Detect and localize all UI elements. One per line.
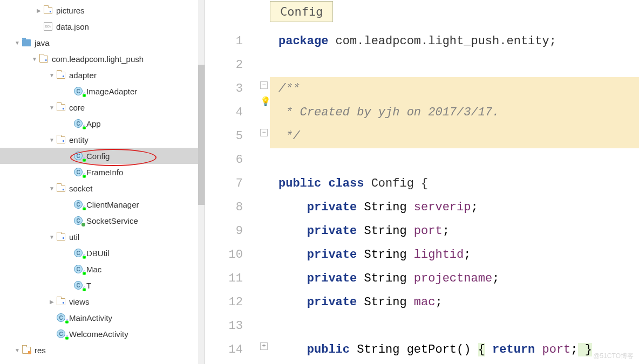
tree-row-datajson[interactable]: data.json — [0, 18, 205, 35]
project-tree: pictures data.json java com.leadpcom.lig… — [0, 2, 205, 358]
line-number: 14 — [205, 338, 243, 362]
tree-row-mac[interactable]: Mac — [0, 261, 205, 277]
tree-row-socketservice[interactable]: SocketService — [0, 212, 205, 229]
tree-row-java[interactable]: java — [0, 35, 205, 51]
expand-icon[interactable] — [47, 105, 56, 111]
tree-row-clientmanager[interactable]: ClientManager — [0, 196, 205, 212]
tree-row-package[interactable]: com.leadpcom.light_push — [0, 51, 205, 67]
tree-row-res[interactable]: res — [0, 342, 205, 358]
code-line[interactable]: */ — [270, 125, 639, 148]
expand-icon[interactable] — [13, 40, 22, 46]
tree-label: res — [35, 346, 46, 355]
line-number: 8 — [205, 196, 243, 219]
breadcrumb-class[interactable]: Config — [270, 1, 333, 22]
tree-label: core — [69, 103, 85, 112]
line-number: 9 — [205, 219, 243, 243]
code-line[interactable] — [270, 53, 639, 77]
tree-row-adapter[interactable]: adapter — [0, 67, 205, 83]
code-line[interactable]: * Created by yjh on 2017/3/17. — [270, 101, 639, 125]
code-line[interactable] — [270, 314, 639, 338]
code-line[interactable]: public class Config { — [270, 172, 639, 196]
lightbulb-icon[interactable]: 💡 — [260, 90, 271, 114]
tree-row-util[interactable]: util — [0, 229, 205, 245]
tree-label: views — [69, 297, 90, 306]
tree-row-config[interactable]: Config — [0, 148, 205, 164]
code-line[interactable]: /** — [270, 77, 639, 101]
package-icon — [39, 54, 49, 64]
tree-row-frameinfo[interactable]: FrameInfo — [0, 164, 205, 180]
tree-label: T — [86, 281, 91, 290]
tree-label: Config — [86, 152, 110, 161]
code-line[interactable]: private String serverip; — [270, 196, 639, 219]
code-line[interactable]: private String port; — [270, 219, 639, 243]
tree-row-core[interactable]: core — [0, 99, 205, 115]
package-icon — [56, 232, 66, 242]
tree-scrollbar[interactable] — [198, 0, 205, 364]
class-icon — [73, 119, 83, 128]
fold-marker-icon[interactable]: − — [260, 129, 268, 136]
expand-icon[interactable] — [47, 299, 56, 305]
tree-row-mainactivity[interactable]: MainActivity — [0, 310, 205, 326]
code-line[interactable] — [270, 148, 639, 172]
line-number: 7 — [205, 172, 243, 196]
project-tree-panel[interactable]: pictures data.json java com.leadpcom.lig… — [0, 0, 205, 364]
breadcrumb-bar: Config — [205, 0, 639, 30]
tree-row-socket[interactable]: socket — [0, 180, 205, 196]
code-line[interactable]: private String mac; — [270, 291, 639, 314]
folder-icon — [43, 5, 53, 15]
tree-label: data.json — [56, 22, 89, 31]
tree-row-views[interactable]: views — [0, 293, 205, 310]
tree-label: DBUtil — [86, 249, 110, 258]
tree-label: MainActivity — [69, 313, 112, 322]
line-number: 5 — [205, 125, 243, 148]
tree-label: FrameInfo — [86, 168, 123, 177]
class-icon — [73, 200, 83, 209]
tree-label: java — [35, 38, 50, 47]
editor-panel: Config 1 2 3 4 5 6 7 8 9 10 11 12 13 14 … — [205, 0, 639, 364]
code-line[interactable]: private String projectname; — [270, 267, 639, 291]
expand-icon[interactable] — [47, 186, 56, 191]
tree-row-entity[interactable]: entity — [0, 132, 205, 148]
line-number: 13 — [205, 314, 243, 338]
tree-row-app[interactable]: App — [0, 115, 205, 132]
tree-row-imageadapter[interactable]: ImageAdapter — [0, 83, 205, 99]
package-icon — [56, 102, 66, 112]
class-icon — [73, 86, 83, 96]
class-icon — [73, 167, 83, 177]
scrollbar-thumb[interactable] — [198, 65, 205, 205]
json-file-icon — [43, 22, 53, 31]
fold-marker-icon[interactable]: + — [260, 342, 268, 350]
expand-icon[interactable] — [47, 234, 56, 240]
tree-row-t[interactable]: T — [0, 277, 205, 293]
line-number: 3 — [205, 77, 243, 101]
line-number: 2 — [205, 53, 243, 77]
expand-icon[interactable] — [35, 8, 43, 13]
tree-row-welcomeactivity[interactable]: WelcomeActivity — [0, 326, 205, 342]
code-line[interactable]: package com.leadpcom.light_push.entity; — [270, 30, 639, 53]
expand-icon[interactable] — [13, 347, 22, 353]
expand-icon[interactable] — [47, 137, 56, 143]
code-editor[interactable]: 1 2 3 4 5 6 7 8 9 10 11 12 13 14 − 💡 − +… — [205, 30, 639, 364]
class-icon — [73, 280, 83, 290]
tree-label: ClientManager — [86, 200, 139, 209]
code-area[interactable]: package com.leadpcom.light_push.entity; … — [270, 30, 639, 364]
class-icon — [56, 313, 66, 322]
expand-icon[interactable] — [47, 72, 56, 78]
code-line[interactable]: public String getPort() { return port; } — [270, 338, 639, 362]
package-icon — [56, 183, 66, 193]
watermark: @51CTO博客 — [593, 352, 634, 361]
folder-icon — [22, 38, 31, 47]
tree-label: adapter — [69, 71, 97, 80]
tree-label: socket — [69, 184, 92, 193]
tree-row-pictures[interactable]: pictures — [0, 2, 205, 18]
tree-label: com.leadpcom.light_push — [52, 54, 144, 64]
class-icon — [73, 248, 83, 258]
class-icon — [73, 264, 83, 274]
tree-label: WelcomeActivity — [69, 329, 128, 339]
code-line[interactable]: private String lightid; — [270, 243, 639, 267]
tree-row-dbutil[interactable]: DBUtil — [0, 245, 205, 261]
tree-label: SocketService — [86, 216, 138, 225]
expand-icon[interactable] — [30, 56, 39, 62]
tree-label: pictures — [56, 6, 85, 15]
fold-marker-icon[interactable]: − — [260, 81, 268, 89]
